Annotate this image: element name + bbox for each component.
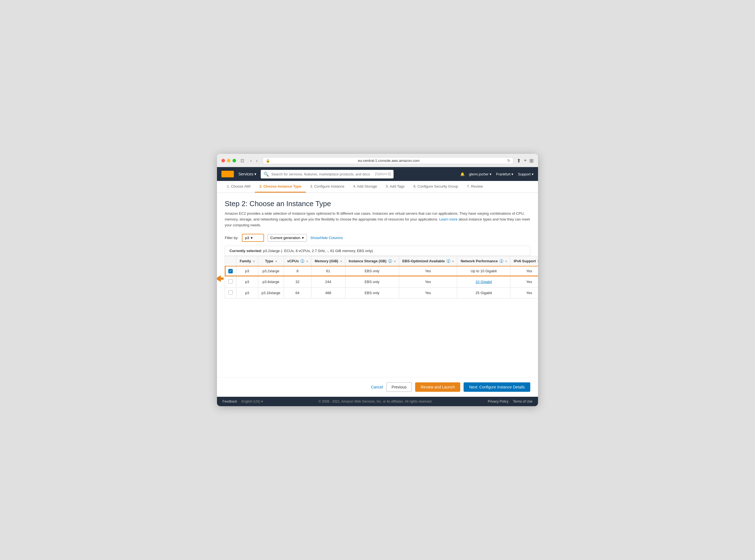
cell-family: p3 [236,266,258,276]
cell-ipv6: Yes [510,276,538,287]
search-bar[interactable]: 🔍 [Option+S] [261,170,394,178]
sidebar-toggle-button[interactable]: ⊡ [239,157,245,164]
table-row[interactable]: ✓p3p3.2xlarge861EBS onlyYesUp to 10 Giga… [225,266,538,276]
cell-storage: EBS only [345,266,399,276]
support-menu[interactable]: Support ▾ [518,172,534,176]
currently-selected-bar: Currently selected: p3.2xlarge (- ECUs, … [225,246,530,256]
feedback-link[interactable]: Feedback [222,400,237,403]
generation-filter-value: Current generation [271,236,300,240]
cell-storage: EBS only [345,276,399,287]
cell-family: p3 [236,287,258,298]
terms-of-use-link[interactable]: Terms of Use [513,400,533,403]
cell-memory: 488 [311,287,345,298]
language-chevron-icon: ▾ [261,400,263,403]
th-ebs[interactable]: EBS-Optimized Available i ▾ [399,256,457,266]
cell-ipv6: Yes [510,266,538,276]
th-memory[interactable]: Memory (GiB) ▾ [311,256,345,266]
storage-info-icon[interactable]: i [388,259,392,263]
family-filter-chevron-icon: ▾ [251,236,253,240]
cell-family: p3 [236,276,258,287]
family-filter-select[interactable]: p3 ▾ [242,234,264,242]
filter-label: Filter by: [225,236,239,240]
new-tab-icon[interactable]: + [524,158,527,164]
th-ipv6[interactable]: IPv6 Support i ▾ [510,256,538,266]
traffic-light-red[interactable] [221,159,225,162]
instance-type-table: Family ▾ Type ▾ vCPUs i ▾ Memory (GiB) ▾ [225,256,538,299]
user-chevron-icon: ▾ [490,172,492,176]
th-type[interactable]: Type ▾ [258,256,284,266]
tab-configure-instance[interactable]: 3. Configure Instance [306,181,349,193]
services-menu[interactable]: Services ▾ [238,172,256,176]
th-family[interactable]: Family ▾ [236,256,258,266]
cell-storage: EBS only [345,287,399,298]
ebs-sort-icon: ▾ [452,260,454,263]
cell-memory: 244 [311,276,345,287]
cell-ebs: Yes [399,287,457,298]
search-shortcut-badge: [Option+S] [375,172,391,176]
learn-more-link[interactable]: Learn more [439,217,457,221]
ipv6-info-icon[interactable]: i [538,259,538,263]
user-menu[interactable]: glenn.jocher ▾ [469,172,492,176]
back-button[interactable]: ‹ [249,158,253,164]
language-selector[interactable]: English (US) ▾ [242,400,263,403]
support-label: Support [518,172,531,176]
type-sort-icon: ▾ [275,260,277,263]
copyright-text: © 2008 - 2021, Amazon Web Services, Inc.… [319,400,432,403]
cell-network: Up to 10 Gigabit [457,266,510,276]
traffic-light-yellow[interactable] [227,159,231,162]
cell-vcpus: 32 [284,276,311,287]
network-info-icon[interactable]: i [500,259,503,263]
review-and-launch-button[interactable]: Review and Launch [415,382,460,392]
memory-sort-icon: ▾ [340,260,342,263]
notifications-button[interactable]: 🔔 [460,172,465,176]
tab-add-storage[interactable]: 4. Add Storage [349,181,381,193]
row-checkbox[interactable] [228,279,233,284]
region-label: Frankfurt [496,172,510,176]
th-vcpus[interactable]: vCPUs i ▾ [284,256,311,266]
row-checkbox[interactable]: ✓ [228,269,233,273]
cell-type: p3.8xlarge [258,276,284,287]
address-bar[interactable]: eu-central-1.console.aws.amazon.com [272,159,505,163]
storage-sort-icon: ▾ [394,260,396,263]
currently-selected-value: p3.2xlarge (- ECUs, 8 vCPUs, 2.7 GHz, -,… [263,249,373,253]
traffic-light-green[interactable] [233,159,236,162]
cell-network: 10 Gigabit [457,276,510,287]
username-label: glenn.jocher [469,172,489,176]
cell-network: 25 Gigabit [457,287,510,298]
row-checkbox[interactable] [228,290,233,295]
ebs-info-icon[interactable]: i [447,259,450,263]
forward-button[interactable]: › [254,158,259,164]
tab-choose-ami[interactable]: 1. Choose AMI [222,181,255,193]
cell-memory: 61 [311,266,345,276]
cell-ebs: Yes [399,266,457,276]
family-sort-icon: ▾ [253,260,255,263]
previous-button[interactable]: Previous [386,382,412,392]
tab-choose-instance-type[interactable]: 2. Choose Instance Type [255,181,305,193]
cell-type: p3.2xlarge [258,266,284,276]
next-button[interactable]: Next: Configure Instance Details [463,382,530,392]
th-network[interactable]: Network Performance i ▾ [457,256,510,266]
tab-review[interactable]: 7. Review [462,181,487,193]
region-menu[interactable]: Frankfurt ▾ [496,172,513,176]
vcpus-info-icon[interactable]: i [301,259,304,263]
share-icon[interactable]: ⬆ [517,158,521,164]
th-storage[interactable]: Instance Storage (GB) i ▾ [345,256,399,266]
family-filter-value: p3 [245,236,249,240]
currently-selected-label: Currently selected: [230,249,262,253]
aws-logo: aws [221,171,234,177]
tab-configure-security-group[interactable]: 6. Configure Security Group [409,181,462,193]
table-row[interactable]: p3p3.8xlarge32244EBS onlyYes10 GigabitYe… [225,276,538,287]
privacy-policy-link[interactable]: Privacy Policy [488,400,509,403]
table-row[interactable]: p3p3.16xlarge64488EBS onlyYes25 GigabitY… [225,287,538,298]
cancel-button[interactable]: Cancel [371,385,383,389]
support-chevron-icon: ▾ [532,172,534,176]
ssl-lock-icon: 🔒 [266,159,270,163]
page-title: Step 2: Choose an Instance Type [225,199,530,208]
tabs-icon[interactable]: ⊞ [530,158,534,164]
show-hide-columns-link[interactable]: Show/Hide Columns [310,236,343,240]
refresh-icon[interactable]: ↻ [507,159,510,163]
search-input[interactable] [271,172,373,176]
tab-add-tags[interactable]: 5. Add Tags [381,181,409,193]
generation-filter-select[interactable]: Current generation ▾ [267,234,307,242]
generation-filter-chevron-icon: ▾ [302,236,304,240]
